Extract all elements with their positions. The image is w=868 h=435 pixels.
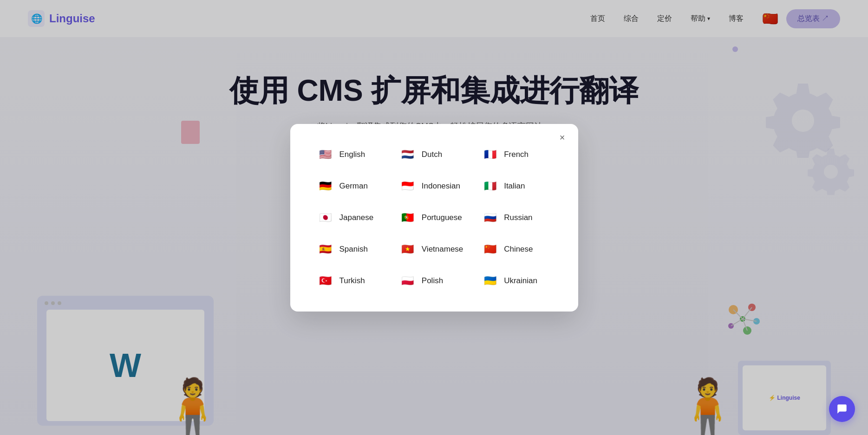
- language-item-ukrainian[interactable]: 🇺🇦 Ukrainian: [477, 269, 555, 293]
- italian-flag: 🇮🇹: [482, 178, 498, 195]
- dutch-flag: 🇳🇱: [399, 146, 416, 163]
- german-label: German: [339, 182, 368, 191]
- vietnamese-flag: 🇻🇳: [399, 241, 416, 258]
- russian-label: Russian: [504, 213, 532, 222]
- english-flag: 🇺🇸: [317, 146, 334, 163]
- ukrainian-label: Ukrainian: [504, 276, 537, 286]
- language-item-vietnamese[interactable]: 🇻🇳 Vietnamese: [395, 237, 473, 261]
- dutch-label: Dutch: [422, 150, 442, 159]
- german-flag: 🇩🇪: [317, 178, 334, 195]
- modal-overlay[interactable]: × 🇺🇸 English 🇳🇱 Dutch 🇫🇷 French 🇩🇪 Germa…: [0, 0, 868, 435]
- chat-icon: [836, 403, 848, 415]
- language-item-italian[interactable]: 🇮🇹 Italian: [477, 174, 555, 198]
- indonesian-flag: 🇮🇩: [399, 178, 416, 195]
- french-label: French: [504, 150, 529, 159]
- english-label: English: [339, 150, 365, 159]
- japanese-label: Japanese: [339, 213, 374, 222]
- vietnamese-label: Vietnamese: [422, 245, 463, 254]
- modal-close-button[interactable]: ×: [556, 131, 569, 144]
- turkish-flag: 🇹🇷: [317, 273, 334, 289]
- language-grid: 🇺🇸 English 🇳🇱 Dutch 🇫🇷 French 🇩🇪 German …: [313, 143, 556, 293]
- language-item-dutch[interactable]: 🇳🇱 Dutch: [395, 143, 473, 167]
- language-item-indonesian[interactable]: 🇮🇩 Indonesian: [395, 174, 473, 198]
- polish-flag: 🇵🇱: [399, 273, 416, 289]
- italian-label: Italian: [504, 182, 525, 191]
- language-item-japanese[interactable]: 🇯🇵 Japanese: [313, 206, 391, 230]
- portuguese-label: Portuguese: [422, 213, 462, 222]
- language-item-french[interactable]: 🇫🇷 French: [477, 143, 555, 167]
- language-item-chinese[interactable]: 🇨🇳 Chinese: [477, 237, 555, 261]
- portuguese-flag: 🇵🇹: [399, 209, 416, 226]
- chinese-label: Chinese: [504, 245, 533, 254]
- language-item-english[interactable]: 🇺🇸 English: [313, 143, 391, 167]
- language-item-russian[interactable]: 🇷🇺 Russian: [477, 206, 555, 230]
- japanese-flag: 🇯🇵: [317, 209, 334, 226]
- turkish-label: Turkish: [339, 276, 365, 286]
- spanish-flag: 🇪🇸: [317, 241, 334, 258]
- language-item-german[interactable]: 🇩🇪 German: [313, 174, 391, 198]
- chinese-flag: 🇨🇳: [482, 241, 498, 258]
- language-item-spanish[interactable]: 🇪🇸 Spanish: [313, 237, 391, 261]
- polish-label: Polish: [422, 276, 443, 286]
- language-item-turkish[interactable]: 🇹🇷 Turkish: [313, 269, 391, 293]
- chat-button[interactable]: [829, 396, 855, 422]
- language-item-portuguese[interactable]: 🇵🇹 Portuguese: [395, 206, 473, 230]
- spanish-label: Spanish: [339, 245, 368, 254]
- language-item-polish[interactable]: 🇵🇱 Polish: [395, 269, 473, 293]
- indonesian-label: Indonesian: [422, 182, 460, 191]
- russian-flag: 🇷🇺: [482, 209, 498, 226]
- french-flag: 🇫🇷: [482, 146, 498, 163]
- ukrainian-flag: 🇺🇦: [482, 273, 498, 289]
- language-modal: × 🇺🇸 English 🇳🇱 Dutch 🇫🇷 French 🇩🇪 Germa…: [290, 124, 578, 312]
